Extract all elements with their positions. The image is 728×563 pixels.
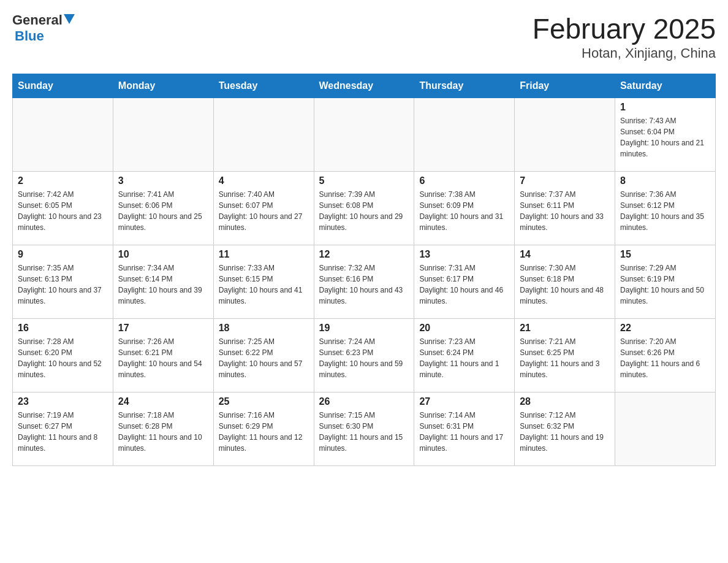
logo: General Blue: [12, 12, 75, 44]
day-number: 14: [520, 249, 610, 260]
day-info: Sunrise: 7:12 AMSunset: 6:32 PMDaylight:…: [520, 410, 610, 454]
table-row: 22Sunrise: 7:20 AMSunset: 6:26 PMDayligh…: [615, 319, 716, 393]
day-number: 13: [419, 249, 509, 260]
day-info: Sunrise: 7:34 AMSunset: 6:14 PMDaylight:…: [118, 262, 208, 307]
table-row: [515, 98, 615, 172]
day-number: 8: [620, 175, 710, 186]
calendar-week-row: 9Sunrise: 7:35 AMSunset: 6:13 PMDaylight…: [13, 245, 716, 319]
header-thursday: Thursday: [414, 74, 515, 98]
calendar-table: Sunday Monday Tuesday Wednesday Thursday…: [12, 74, 716, 466]
table-row: 18Sunrise: 7:25 AMSunset: 6:22 PMDayligh…: [213, 319, 314, 393]
calendar-week-row: 1Sunrise: 7:43 AMSunset: 6:04 PMDaylight…: [13, 98, 716, 172]
day-number: 6: [419, 175, 509, 186]
table-row: 1Sunrise: 7:43 AMSunset: 6:04 PMDaylight…: [615, 98, 716, 172]
day-number: 25: [219, 396, 309, 407]
day-number: 3: [118, 175, 208, 186]
table-row: 27Sunrise: 7:14 AMSunset: 6:31 PMDayligh…: [414, 393, 515, 466]
calendar-week-row: 16Sunrise: 7:28 AMSunset: 6:20 PMDayligh…: [13, 319, 716, 393]
day-info: Sunrise: 7:37 AMSunset: 6:11 PMDaylight:…: [520, 189, 610, 233]
calendar-subtitle: Hotan, Xinjiang, China: [533, 45, 716, 61]
day-number: 23: [18, 396, 108, 407]
day-number: 4: [219, 175, 309, 186]
day-info: Sunrise: 7:29 AMSunset: 6:19 PMDaylight:…: [620, 262, 710, 307]
day-number: 27: [419, 396, 509, 407]
day-number: 20: [419, 323, 509, 334]
day-number: 19: [319, 323, 409, 334]
day-info: Sunrise: 7:23 AMSunset: 6:24 PMDaylight:…: [419, 336, 509, 380]
calendar-title: February 2025: [533, 12, 716, 45]
day-number: 5: [319, 175, 409, 186]
day-info: Sunrise: 7:32 AMSunset: 6:16 PMDaylight:…: [319, 262, 409, 307]
day-number: 2: [18, 175, 108, 186]
table-row: 3Sunrise: 7:41 AMSunset: 6:06 PMDaylight…: [113, 172, 213, 245]
day-number: 1: [620, 102, 710, 113]
day-number: 16: [18, 323, 108, 334]
day-number: 22: [620, 323, 710, 334]
day-info: Sunrise: 7:19 AMSunset: 6:27 PMDaylight:…: [18, 410, 108, 454]
svg-marker-0: [64, 14, 75, 24]
day-number: 26: [319, 396, 409, 407]
day-number: 7: [520, 175, 610, 186]
day-info: Sunrise: 7:42 AMSunset: 6:05 PMDaylight:…: [18, 189, 108, 233]
day-number: 24: [118, 396, 208, 407]
table-row: 23Sunrise: 7:19 AMSunset: 6:27 PMDayligh…: [13, 393, 113, 466]
logo-arrow-icon: [64, 14, 75, 25]
day-info: Sunrise: 7:31 AMSunset: 6:17 PMDaylight:…: [419, 262, 509, 307]
day-number: 28: [520, 396, 610, 407]
day-info: Sunrise: 7:39 AMSunset: 6:08 PMDaylight:…: [319, 189, 409, 233]
calendar-week-row: 23Sunrise: 7:19 AMSunset: 6:27 PMDayligh…: [13, 393, 716, 466]
table-row: 11Sunrise: 7:33 AMSunset: 6:15 PMDayligh…: [213, 245, 314, 319]
table-row: 2Sunrise: 7:42 AMSunset: 6:05 PMDaylight…: [13, 172, 113, 245]
table-row: 9Sunrise: 7:35 AMSunset: 6:13 PMDaylight…: [13, 245, 113, 319]
table-row: 21Sunrise: 7:21 AMSunset: 6:25 PMDayligh…: [515, 319, 615, 393]
table-row: [213, 98, 314, 172]
day-number: 12: [319, 249, 409, 260]
table-row: 25Sunrise: 7:16 AMSunset: 6:29 PMDayligh…: [213, 393, 314, 466]
table-row: 16Sunrise: 7:28 AMSunset: 6:20 PMDayligh…: [13, 319, 113, 393]
weekday-header-row: Sunday Monday Tuesday Wednesday Thursday…: [13, 74, 716, 98]
table-row: 7Sunrise: 7:37 AMSunset: 6:11 PMDaylight…: [515, 172, 615, 245]
table-row: 26Sunrise: 7:15 AMSunset: 6:30 PMDayligh…: [314, 393, 414, 466]
logo-blue-text: Blue: [15, 28, 44, 44]
table-row: 6Sunrise: 7:38 AMSunset: 6:09 PMDaylight…: [414, 172, 515, 245]
day-number: 21: [520, 323, 610, 334]
table-row: 19Sunrise: 7:24 AMSunset: 6:23 PMDayligh…: [314, 319, 414, 393]
day-number: 17: [118, 323, 208, 334]
day-info: Sunrise: 7:25 AMSunset: 6:22 PMDaylight:…: [219, 336, 309, 380]
title-section: February 2025 Hotan, Xinjiang, China: [533, 12, 716, 61]
day-info: Sunrise: 7:24 AMSunset: 6:23 PMDaylight:…: [319, 336, 409, 380]
calendar-week-row: 2Sunrise: 7:42 AMSunset: 6:05 PMDaylight…: [13, 172, 716, 245]
day-info: Sunrise: 7:43 AMSunset: 6:04 PMDaylight:…: [620, 115, 710, 159]
table-row: [13, 98, 113, 172]
header-wednesday: Wednesday: [314, 74, 414, 98]
day-info: Sunrise: 7:38 AMSunset: 6:09 PMDaylight:…: [419, 189, 509, 233]
table-row: 17Sunrise: 7:26 AMSunset: 6:21 PMDayligh…: [113, 319, 213, 393]
day-info: Sunrise: 7:20 AMSunset: 6:26 PMDaylight:…: [620, 336, 710, 380]
table-row: 8Sunrise: 7:36 AMSunset: 6:12 PMDaylight…: [615, 172, 716, 245]
header-tuesday: Tuesday: [213, 74, 314, 98]
day-number: 18: [219, 323, 309, 334]
table-row: 13Sunrise: 7:31 AMSunset: 6:17 PMDayligh…: [414, 245, 515, 319]
logo-general-text: General: [12, 12, 63, 28]
table-row: 10Sunrise: 7:34 AMSunset: 6:14 PMDayligh…: [113, 245, 213, 319]
table-row: 20Sunrise: 7:23 AMSunset: 6:24 PMDayligh…: [414, 319, 515, 393]
header-saturday: Saturday: [615, 74, 716, 98]
day-info: Sunrise: 7:33 AMSunset: 6:15 PMDaylight:…: [219, 262, 309, 307]
day-info: Sunrise: 7:26 AMSunset: 6:21 PMDaylight:…: [118, 336, 208, 380]
day-number: 10: [118, 249, 208, 260]
header-friday: Friday: [515, 74, 615, 98]
table-row: 5Sunrise: 7:39 AMSunset: 6:08 PMDaylight…: [314, 172, 414, 245]
table-row: 15Sunrise: 7:29 AMSunset: 6:19 PMDayligh…: [615, 245, 716, 319]
header-monday: Monday: [113, 74, 213, 98]
day-number: 9: [18, 249, 108, 260]
table-row: 24Sunrise: 7:18 AMSunset: 6:28 PMDayligh…: [113, 393, 213, 466]
table-row: [113, 98, 213, 172]
table-row: 4Sunrise: 7:40 AMSunset: 6:07 PMDaylight…: [213, 172, 314, 245]
header-sunday: Sunday: [13, 74, 113, 98]
table-row: [414, 98, 515, 172]
table-row: 28Sunrise: 7:12 AMSunset: 6:32 PMDayligh…: [515, 393, 615, 466]
table-row: [314, 98, 414, 172]
day-info: Sunrise: 7:40 AMSunset: 6:07 PMDaylight:…: [219, 189, 309, 233]
day-number: 15: [620, 249, 710, 260]
day-info: Sunrise: 7:15 AMSunset: 6:30 PMDaylight:…: [319, 410, 409, 454]
